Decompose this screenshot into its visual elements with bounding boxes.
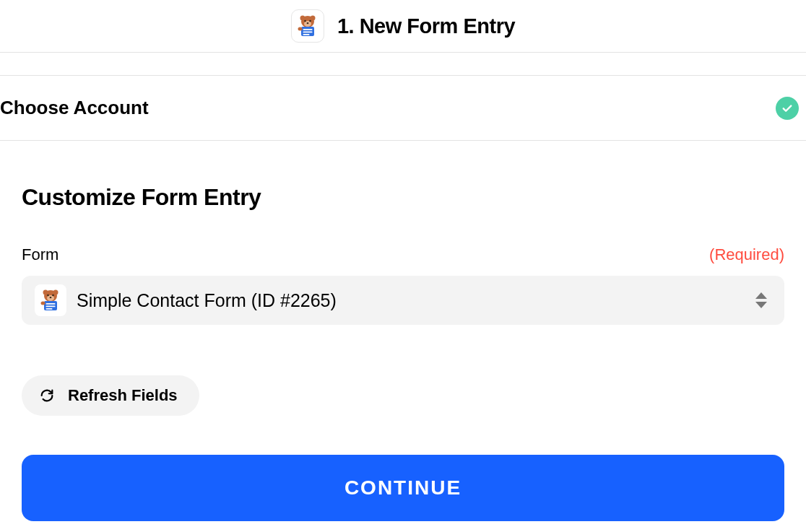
select-app-logo (35, 284, 66, 316)
svg-rect-10 (303, 34, 309, 35)
refresh-icon (39, 388, 55, 404)
wpforms-bear-icon (39, 289, 62, 312)
svg-point-17 (52, 295, 54, 297)
required-tag: (Required) (709, 245, 784, 264)
svg-point-23 (41, 302, 46, 305)
choose-account-label: Choose Account (0, 97, 149, 119)
refresh-fields-label: Refresh Fields (68, 386, 178, 405)
svg-rect-21 (46, 306, 56, 308)
app-logo (291, 9, 324, 43)
continue-label: CONTINUE (344, 476, 462, 499)
sort-arrows-icon (755, 292, 767, 308)
svg-point-1 (300, 16, 305, 21)
form-field-header: Form (Required) (22, 245, 784, 264)
form-select[interactable]: Simple Contact Form (ID #2265) (22, 276, 784, 325)
form-select-value: Simple Contact Form (ID #2265) (77, 290, 755, 311)
svg-point-16 (47, 295, 49, 297)
customize-section: Customize Form Entry Form (Required) Sim… (0, 141, 806, 532)
svg-point-6 (307, 22, 309, 24)
section-title: Customize Form Entry (22, 184, 784, 211)
refresh-fields-button[interactable]: Refresh Fields (22, 375, 199, 416)
check-icon (781, 102, 794, 115)
svg-point-18 (50, 297, 52, 298)
account-status-badge (776, 97, 799, 120)
wpforms-bear-icon (296, 14, 319, 38)
svg-rect-9 (303, 32, 312, 33)
svg-rect-22 (46, 308, 53, 310)
step-header: 1. New Form Entry (0, 0, 806, 53)
choose-account-row[interactable]: Choose Account (0, 76, 806, 141)
form-field-label: Form (22, 245, 58, 264)
svg-rect-20 (46, 303, 56, 305)
svg-point-5 (309, 20, 311, 22)
svg-point-13 (43, 290, 48, 295)
svg-point-11 (298, 27, 302, 31)
svg-point-2 (310, 16, 315, 21)
step-title: 1. New Form Entry (337, 14, 515, 38)
svg-rect-8 (303, 29, 312, 30)
continue-button[interactable]: CONTINUE (22, 455, 784, 521)
svg-point-14 (53, 290, 58, 295)
spacer-row (0, 53, 806, 76)
svg-point-4 (304, 20, 306, 22)
